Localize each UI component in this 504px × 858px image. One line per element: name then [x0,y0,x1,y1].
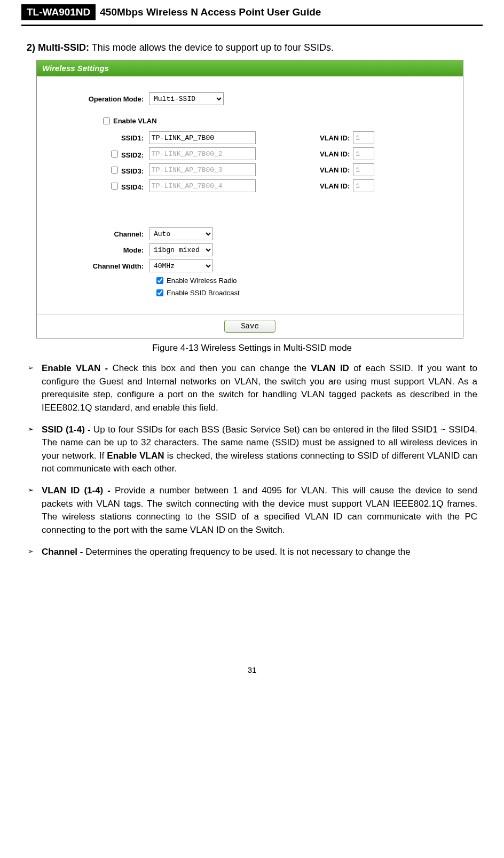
wireless-settings-panel: Wireless Settings Operation Mode: Multi-… [36,60,463,339]
bullet-item: VLAN ID (1-4) - Provide a number between… [27,484,477,537]
ssid-row: SSID1:VLAN ID: [48,131,452,144]
ssid-label: SSID1: [121,134,144,142]
enable-vlan-label: Enable VLAN [113,117,157,125]
ssid-label: SSID3: [121,167,144,175]
ssid-label: SSID4: [121,183,144,191]
enable-vlan-checkbox[interactable] [103,117,110,124]
bullet-item: SSID (1-4) - Up to four SSIDs for each B… [27,423,477,476]
vlan-id-label: VLAN ID: [320,182,350,190]
bullet-item: Channel - Determines the operating frequ… [27,546,477,559]
ssid-input [149,179,256,192]
vlan-id-label: VLAN ID: [320,134,350,142]
vlan-id-input [353,147,374,160]
ssid-row: SSID3:VLAN ID: [48,163,452,176]
page-number: 31 [21,665,483,674]
mode-label: Mode: [48,246,149,254]
channel-label: Channel: [48,230,149,238]
vlan-id-label: VLAN ID: [320,150,350,158]
ssid-enable-checkbox[interactable] [111,183,118,190]
channel-select[interactable]: Auto [149,227,213,240]
vlan-id-input [353,131,374,144]
vlan-id-input [353,163,374,176]
enable-broadcast-checkbox[interactable] [156,289,163,296]
vlan-id-label: VLAN ID: [320,166,350,174]
op-mode-label: Operation Mode: [48,95,149,103]
ssid-row: SSID2:VLAN ID: [48,147,452,160]
doc-header: TL-WA901ND 450Mbps Wireless N Access Poi… [21,0,483,26]
chwidth-select[interactable]: 40MHz [149,259,213,272]
ssid-input[interactable] [149,131,256,144]
bullet-item: Enable VLAN - Check this box and then yo… [27,362,477,415]
figure-caption: Figure 4-13 Wireless Settings in Multi-S… [21,343,483,353]
vlan-id-input [353,179,374,192]
intro-label: Multi-SSID: [38,42,89,53]
enable-radio-label: Enable Wireless Radio [167,277,237,285]
panel-title: Wireless Settings [37,60,463,76]
mode-select[interactable]: 11bgn mixed [149,243,213,256]
section-intro: 2) Multi-SSID: This mode allows the devi… [27,42,483,53]
chwidth-label: Channel Width: [48,262,149,270]
intro-text: This mode allows the device to support u… [92,42,334,53]
ssid-input [149,147,256,160]
op-mode-select[interactable]: Multi-SSID [149,92,224,105]
enable-radio-checkbox[interactable] [156,277,163,284]
ssid-enable-checkbox[interactable] [111,151,118,158]
ssid-enable-checkbox[interactable] [111,167,118,174]
ssid-label: SSID2: [121,151,144,159]
save-button[interactable]: Save [224,320,275,333]
ssid-row: SSID4:VLAN ID: [48,179,452,192]
ssid-input [149,163,256,176]
model-badge: TL-WA901ND [21,4,96,20]
intro-num: 2) [27,42,35,53]
guide-title: 450Mbps Wireless N Access Point User Gui… [100,6,321,18]
enable-broadcast-label: Enable SSID Broadcast [167,289,240,297]
bullet-list: Enable VLAN - Check this box and then yo… [27,362,477,558]
